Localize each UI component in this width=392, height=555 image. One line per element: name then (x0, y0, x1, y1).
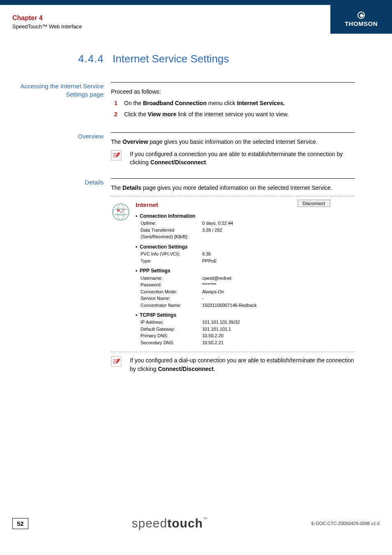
detail-value: ******** (202, 281, 355, 288)
detail-key: Primary DNS: (141, 332, 202, 339)
brand-box: THOMSON (330, 5, 392, 34)
detail-row: Primary DNS:10.50.2.20 (141, 332, 355, 339)
detail-key: Default Gateway: (141, 326, 202, 333)
section-body-overview: The Overview page gives you basic inform… (111, 132, 355, 174)
section-label-details: Details (12, 178, 111, 380)
overview-note-text: If you configured a connection you are a… (130, 150, 355, 167)
speedtouch-logo: speedtouch™ (131, 516, 208, 530)
brand-text: THOMSON (345, 20, 378, 27)
steps-list: 1 On the Broadband Connection menu click… (111, 99, 355, 118)
overview-text: The Overview page gives you basic inform… (111, 138, 355, 146)
disconnect-button[interactable]: Disconnect (297, 200, 330, 207)
globe-icon (111, 200, 136, 346)
detail-key: Data Transferred (Sent/Received) [KB/B]: (141, 227, 202, 240)
page-number: 52 (12, 518, 28, 529)
page-footer: 52 speedtouch™ E-DOC-CTC-20050429-0098 v… (12, 516, 380, 530)
detail-value: 10.50.2.20 (202, 332, 355, 339)
document-id: E-DOC-CTC-20050429-0098 v1.0 (311, 521, 380, 526)
detail-group: Connection InformationUptime:0 days, 0:2… (136, 213, 355, 240)
detail-group: TCP/IP SettingsIP Address:101.101.101.39… (136, 312, 355, 346)
detail-value: 0 days, 0:22:44 (202, 220, 355, 227)
thomson-logo-icon (357, 12, 365, 19)
detail-group-heading: Connection Settings (140, 244, 355, 251)
detail-value: 101.101.101.39/32 (202, 319, 355, 326)
step-number: 2 (114, 110, 124, 118)
details-note: If you configured a dial-up connection y… (111, 356, 355, 373)
chapter-subtitle: SpeedTouch™ Web Interface (12, 23, 82, 30)
detail-row: Connection Mode:Always-On (141, 288, 355, 295)
detail-key: PVC Info (VPI.VCI): (141, 251, 202, 258)
step-number: 1 (114, 99, 124, 107)
details-intro: The Details page gives you more detailed… (111, 184, 355, 192)
section-label-overview: Overview (12, 132, 111, 174)
detail-key: IP Address: (141, 319, 202, 326)
note-icon (111, 150, 122, 163)
section-accessing: Accessing the Internet Service Settings … (12, 82, 355, 128)
detail-value: 3,39 / 282 (202, 227, 355, 240)
detail-group: Connection SettingsPVC Info (VPI.VCI):8.… (136, 244, 355, 264)
step-item: 2 Click the View more link of the intern… (111, 110, 355, 118)
section-body-accessing: Proceed as follows: 1 On the Broadband C… (111, 82, 355, 128)
detail-value: Always-On (202, 288, 355, 295)
top-bar (0, 0, 392, 5)
section-title: Internet Service Settings (113, 53, 229, 65)
detail-key: Connection Mode: (141, 288, 202, 295)
details-panel: Disconnect Internet Connection Informati… (111, 196, 355, 352)
detail-group: PPP SettingsUsername:cpesit@rednetPasswo… (136, 267, 355, 309)
detail-group-heading: PPP Settings (140, 267, 355, 274)
detail-group-heading: TCP/IP Settings (140, 312, 355, 319)
detail-value: 15031100007146-Redback (202, 302, 355, 309)
detail-key: Password: (141, 281, 202, 288)
detail-key: Service Name: (141, 295, 202, 302)
content-area: Accessing the Internet Service Settings … (12, 78, 355, 380)
detail-row: Type:PPPoE (141, 258, 355, 265)
section-number: 4.4.4 (78, 53, 104, 65)
detail-row: Uptime:0 days, 0:22:44 (141, 220, 355, 227)
page-title: 4.4.4 Internet Service Settings (78, 53, 229, 65)
detail-row: Password:******** (141, 281, 355, 288)
step-text: On the Broadband Connection menu click I… (124, 99, 285, 107)
detail-group-heading: Connection Information (140, 213, 355, 220)
details-note-text: If you configured a dial-up connection y… (130, 356, 355, 373)
detail-value: 8.35 (202, 251, 355, 258)
overview-note: If you configured a connection you are a… (111, 150, 355, 167)
section-label-accessing: Accessing the Internet Service Settings … (12, 82, 111, 128)
detail-row: Data Transferred (Sent/Received) [KB/B]:… (141, 227, 355, 240)
detail-value: 101.101.101.1 (202, 326, 355, 333)
detail-value: cpesit@rednet (202, 275, 355, 282)
accessing-intro: Proceed as follows: (111, 88, 355, 96)
detail-row: IP Address:101.101.101.39/32 (141, 319, 355, 326)
detail-row: Username:cpesit@rednet (141, 275, 355, 282)
chapter-title: Chapter 4 (12, 14, 82, 22)
detail-row: PVC Info (VPI.VCI):8.35 (141, 251, 355, 258)
detail-key: Concentrator Name: (141, 302, 202, 309)
detail-row: Secondary DNS:10.50.2.21 (141, 339, 355, 346)
section-body-details: The Details page gives you more detailed… (111, 178, 355, 380)
detail-row: Concentrator Name:15031100007146-Redback (141, 302, 355, 309)
panel-main: Internet Connection InformationUptime:0 … (136, 200, 355, 346)
detail-value: - (202, 295, 355, 302)
step-item: 1 On the Broadband Connection menu click… (111, 99, 355, 107)
section-overview: Overview The Overview page gives you bas… (12, 132, 355, 174)
section-details: Details The Details page gives you more … (12, 178, 355, 380)
detail-value: PPPoE (202, 258, 355, 265)
chapter-header: Chapter 4 SpeedTouch™ Web Interface (12, 14, 82, 30)
detail-value: 10.50.2.21 (202, 339, 355, 346)
step-text: Click the View more link of the internet… (124, 110, 289, 118)
note-icon (111, 356, 122, 369)
detail-key: Uptime: (141, 220, 202, 227)
detail-row: Default Gateway:101.101.101.1 (141, 326, 355, 333)
detail-key: Secondary DNS: (141, 339, 202, 346)
detail-key: Username: (141, 275, 202, 282)
detail-row: Service Name:- (141, 295, 355, 302)
detail-key: Type: (141, 258, 202, 265)
